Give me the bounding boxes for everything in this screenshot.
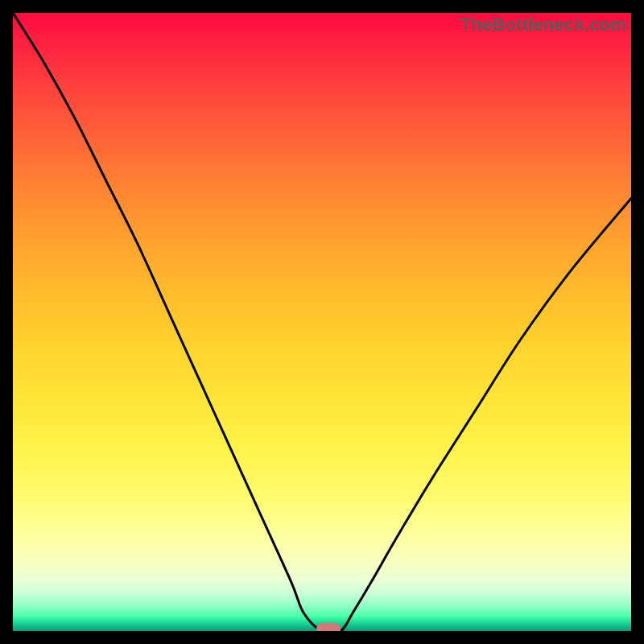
bottleneck-curve-path: [13, 13, 631, 631]
chart-frame: TheBottleneck.com: [13, 13, 631, 631]
watermark-text: TheBottleneck.com: [460, 14, 626, 35]
curve-svg: [13, 13, 631, 631]
optimal-marker: [316, 623, 341, 631]
